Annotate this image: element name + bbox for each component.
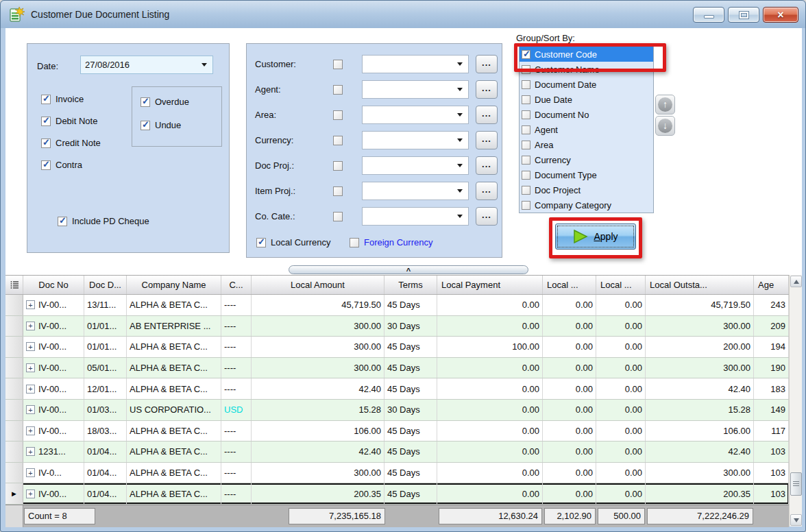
group-sort-item-document-date[interactable]: Document Date — [520, 77, 653, 92]
column-header-local-1[interactable]: Local ... — [543, 276, 596, 294]
expand-icon[interactable] — [26, 447, 35, 456]
move-up-button[interactable]: ↑ — [655, 95, 675, 114]
foreign-currency-checkbox[interactable]: Foreign Currency — [350, 237, 432, 247]
currency-browse-button[interactable]: ... — [476, 131, 498, 149]
row-selector[interactable] — [5, 295, 23, 315]
table-row[interactable]: IV-00... 05/01... ALPHA & BETA C... ----… — [5, 358, 789, 379]
column-header-local-2[interactable]: Local ... — [596, 276, 646, 294]
scroll-up-button[interactable] — [790, 276, 802, 287]
column-header-age[interactable]: Age — [754, 276, 789, 294]
expand-icon[interactable] — [26, 363, 35, 372]
row-selector[interactable] — [5, 337, 23, 357]
apply-button[interactable]: Apply — [555, 223, 636, 250]
customer-filter-checkbox[interactable] — [333, 60, 343, 69]
age-cell: 190 — [754, 358, 789, 378]
group-sort-item-area[interactable]: Area — [520, 137, 653, 152]
group-sort-item-agent[interactable]: Agent — [520, 122, 653, 137]
row-selector[interactable] — [5, 442, 23, 462]
expand-icon[interactable] — [26, 489, 35, 498]
row-selector[interactable] — [5, 400, 23, 420]
group-sort-item-currency[interactable]: Currency — [520, 152, 653, 167]
restore-button[interactable] — [728, 7, 759, 23]
column-header-currency[interactable]: C... — [221, 276, 252, 294]
column-header-local-amount[interactable]: Local Amount — [252, 276, 384, 294]
date-value: 27/08/2016 — [81, 60, 130, 70]
customer-combobox[interactable] — [362, 55, 469, 73]
group-sort-item-document-no[interactable]: Document No — [520, 107, 653, 122]
table-row[interactable]: IV-00... 01/03... US CORPORATIO... USD 1… — [5, 400, 789, 421]
group-sort-item-doc-project[interactable]: Doc Project — [520, 182, 653, 197]
table-row[interactable]: IV-00... 01/04... ALPHA & BETA C... ----… — [5, 483, 789, 505]
column-header-terms[interactable]: Terms — [384, 276, 437, 294]
scrollbar-thumb[interactable] — [790, 472, 802, 496]
item-proj-filter-checkbox[interactable] — [333, 186, 343, 196]
row-selector[interactable] — [5, 483, 23, 504]
co-cate-browse-button[interactable]: ... — [476, 207, 498, 226]
expand-icon[interactable] — [26, 426, 35, 435]
table-row[interactable]: IV-00... 13/11... ALPHA & BETA C... ----… — [5, 295, 789, 316]
row-selector[interactable] — [5, 378, 23, 399]
overdue-checkbox[interactable]: Overdue — [141, 97, 189, 107]
include-pd-cheque-checkbox[interactable]: Include PD Cheque — [58, 216, 149, 226]
co-cate-filter-checkbox[interactable] — [333, 212, 343, 221]
currency-filter-checkbox[interactable] — [333, 136, 343, 145]
debit-note-checkbox[interactable]: Debit Note — [41, 116, 97, 126]
vertical-scrollbar[interactable] — [789, 275, 802, 527]
expand-icon[interactable] — [26, 385, 35, 394]
column-header-local-outstanding[interactable]: Local Outsta... — [646, 276, 754, 294]
co-cate-combobox[interactable] — [362, 207, 469, 226]
item-proj-combobox[interactable] — [362, 182, 469, 200]
group-sort-item-company-category[interactable]: Company Category — [520, 197, 653, 213]
contra-checkbox[interactable]: Contra — [41, 160, 82, 170]
area-browse-button[interactable]: ... — [476, 106, 498, 124]
table-row[interactable]: IV-00... 01/01... ALPHA & BETA C... ----… — [5, 337, 789, 358]
title-bar[interactable]: Customer Due Document Listing × — [1, 1, 805, 28]
customer-browse-button[interactable]: ... — [476, 55, 498, 73]
row-selector[interactable] — [5, 358, 23, 378]
item-proj-browse-button[interactable]: ... — [476, 182, 498, 200]
minimize-button[interactable] — [693, 7, 724, 23]
table-row[interactable]: IV-0... 01/04... ALPHA & BETA C... ---- … — [5, 463, 789, 484]
splitter-collapse-bar[interactable]: ^ — [289, 265, 528, 274]
move-down-button[interactable]: ↓ — [655, 116, 675, 136]
expand-icon[interactable] — [26, 405, 35, 414]
area-filter-checkbox[interactable] — [333, 110, 343, 120]
row-options-header[interactable] — [5, 276, 23, 294]
group-sort-item-document-type[interactable]: Document Type — [520, 167, 653, 182]
document-type-panel: Date: 27/08/2016 Invoice Debit Note Cred… — [27, 43, 230, 253]
currency-combobox[interactable] — [362, 131, 469, 149]
invoice-checkbox[interactable]: Invoice — [41, 94, 84, 104]
close-button[interactable]: × — [763, 7, 798, 23]
column-header-doc-no[interactable]: Doc No — [23, 276, 84, 294]
date-combobox[interactable]: 27/08/2016 — [80, 56, 213, 74]
agent-browse-button[interactable]: ... — [476, 80, 498, 99]
scroll-down-button[interactable] — [790, 514, 802, 526]
agent-filter-checkbox[interactable] — [333, 85, 343, 95]
group-sort-item-customer-name[interactable]: Customer Name — [520, 62, 653, 77]
undue-checkbox[interactable]: Undue — [141, 120, 181, 130]
table-row[interactable]: 1231... 01/04... ALPHA & BETA C... ---- … — [5, 442, 789, 463]
local-2-cell: 0.00 — [596, 378, 646, 399]
credit-note-checkbox[interactable]: Credit Note — [41, 138, 101, 148]
group-sort-item-customer-code[interactable]: Customer Code — [520, 47, 653, 62]
column-header-local-payment[interactable]: Local Payment — [437, 276, 543, 294]
group-sort-item-due-date[interactable]: Due Date — [520, 92, 653, 107]
table-row[interactable]: IV-00... 01/01... AB ENTERPRISE ... ----… — [5, 316, 789, 337]
table-row[interactable]: IV-00... 18/03... ALPHA & BETA C... ----… — [5, 421, 789, 442]
row-selector[interactable] — [5, 421, 23, 442]
local-currency-checkbox[interactable]: Local Currency — [256, 237, 330, 247]
doc-proj-filter-checkbox[interactable] — [333, 161, 343, 171]
row-selector[interactable] — [5, 463, 23, 483]
doc-proj-combobox[interactable] — [362, 156, 469, 175]
column-header-company-name[interactable]: Company Name — [127, 276, 221, 294]
column-header-doc-date[interactable]: Doc D... — [84, 276, 127, 294]
agent-combobox[interactable] — [362, 80, 469, 99]
row-selector[interactable] — [5, 316, 23, 337]
area-combobox[interactable] — [362, 106, 469, 124]
expand-icon[interactable] — [26, 342, 35, 351]
expand-icon[interactable] — [26, 300, 35, 309]
expand-icon[interactable] — [26, 468, 35, 477]
table-row[interactable]: IV-00... 12/01... ALPHA & BETA C... ----… — [5, 378, 789, 400]
expand-icon[interactable] — [26, 322, 35, 330]
doc-proj-browse-button[interactable]: ... — [476, 156, 498, 175]
